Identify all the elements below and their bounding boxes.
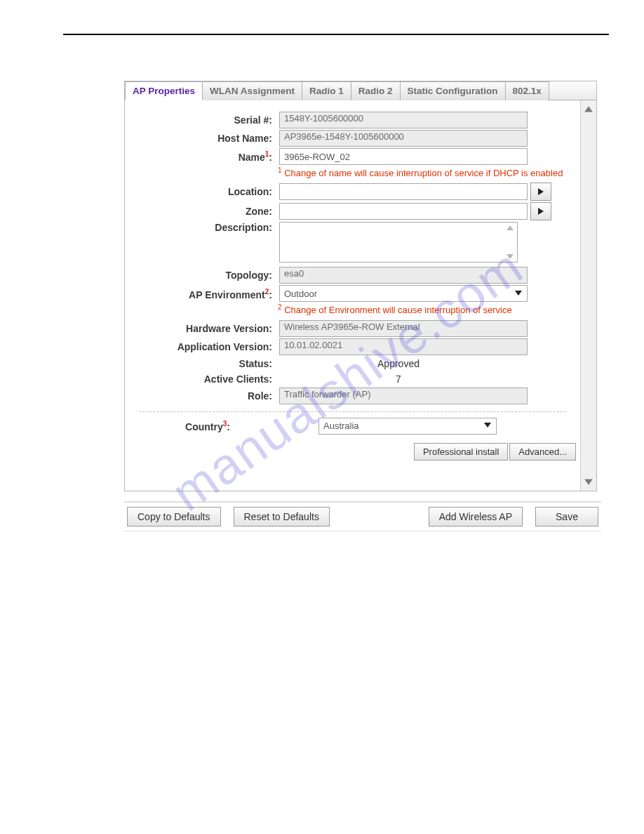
tab-bar: AP Properties WLAN Assignment Radio 1 Ra… xyxy=(125,81,596,100)
status-value: Approved xyxy=(279,357,518,371)
active-clients-value: 7 xyxy=(279,372,518,386)
svg-marker-4 xyxy=(515,291,522,296)
tab-8021x[interactable]: 802.1x xyxy=(505,81,549,100)
svg-marker-6 xyxy=(584,106,593,112)
description-textarea[interactable] xyxy=(279,222,518,263)
label-status: Status: xyxy=(125,358,275,369)
chevron-down-icon xyxy=(483,421,492,431)
label-country: Country3: xyxy=(125,420,233,432)
label-ap-env-colon: : xyxy=(269,289,272,300)
bottom-button-bar: Copy to Defaults Reset to Defaults Add W… xyxy=(124,501,601,531)
footnote-name: 1 Change of name will cause interruption… xyxy=(278,166,580,178)
chevron-right-icon xyxy=(538,206,544,217)
content-area: Serial #: 1548Y-1005600000 Host Name: AP… xyxy=(125,100,596,491)
svg-marker-0 xyxy=(538,188,544,195)
application-version-field: 10.01.02.0021 xyxy=(279,338,528,355)
topology-field: esa0 xyxy=(279,267,528,284)
chevron-down-icon xyxy=(506,252,514,260)
advanced-button[interactable]: Advanced... xyxy=(509,443,576,461)
label-role: Role: xyxy=(125,390,275,402)
host-name-field: AP3965e-1548Y-1005600000 xyxy=(279,130,528,147)
location-picker-button[interactable] xyxy=(530,183,551,201)
footnote-env-text: Change of Environment will cause interru… xyxy=(284,305,511,316)
page-top-rule xyxy=(63,34,609,35)
role-field: Traffic forwarder (AP) xyxy=(279,388,528,404)
ap-environment-select[interactable]: Outdoor xyxy=(279,285,528,302)
label-name: Name1: xyxy=(125,150,275,163)
svg-marker-5 xyxy=(484,423,491,428)
location-input[interactable] xyxy=(279,183,528,200)
zone-input[interactable] xyxy=(279,203,528,220)
label-serial: Serial #: xyxy=(125,114,275,126)
footnote-name-text: Change of name will cause interruption o… xyxy=(284,168,563,178)
country-value: Australia xyxy=(323,421,359,431)
country-select[interactable]: Australia xyxy=(318,418,497,435)
name-input[interactable] xyxy=(279,148,528,165)
scroll-down-icon xyxy=(581,477,596,486)
reset-to-defaults-button[interactable]: Reset to Defaults xyxy=(234,507,330,527)
ap-environment-value: Outdoor xyxy=(284,289,317,299)
svg-marker-3 xyxy=(507,254,514,259)
save-button[interactable]: Save xyxy=(535,507,598,527)
label-application-version: Application Version: xyxy=(125,341,275,352)
professional-install-button[interactable]: Professional install xyxy=(414,443,508,461)
zone-picker-button[interactable] xyxy=(530,202,551,220)
tab-wlan-assignment[interactable]: WLAN Assignment xyxy=(202,81,302,100)
label-name-colon: : xyxy=(269,152,272,163)
inline-action-row: Professional install Advanced... xyxy=(125,436,580,461)
label-country-text: Country xyxy=(185,421,223,432)
tab-radio-2[interactable]: Radio 2 xyxy=(351,81,401,100)
chevron-down-icon xyxy=(514,289,523,299)
footnote-environment: 2 Change of Environment will cause inter… xyxy=(278,303,580,315)
textarea-scroll-icons xyxy=(506,224,516,260)
label-host-name: Host Name: xyxy=(125,133,275,144)
serial-field: 1548Y-1005600000 xyxy=(279,112,528,128)
label-location: Location: xyxy=(125,186,275,197)
label-country-colon: : xyxy=(227,421,230,432)
chevron-right-icon xyxy=(538,186,544,197)
footnote-env-sup: 2 xyxy=(278,303,282,311)
vertical-scrollbar[interactable] xyxy=(580,100,596,491)
label-ap-env-text: AP Environment xyxy=(189,289,265,300)
svg-marker-7 xyxy=(584,479,593,485)
footnote-name-sup: 1 xyxy=(278,166,282,174)
label-name-text: Name xyxy=(239,152,265,163)
copy-to-defaults-button[interactable]: Copy to Defaults xyxy=(127,507,221,527)
label-active-clients: Active Clients: xyxy=(125,373,275,385)
label-zone: Zone: xyxy=(125,206,275,217)
scroll-up-icon xyxy=(581,105,596,114)
label-description: Description: xyxy=(125,222,275,233)
svg-marker-1 xyxy=(538,208,544,215)
ap-properties-panel: AP Properties WLAN Assignment Radio 1 Ra… xyxy=(124,81,597,491)
add-wireless-ap-button[interactable]: Add Wireless AP xyxy=(429,507,523,527)
tab-radio-1[interactable]: Radio 1 xyxy=(302,81,351,100)
label-topology: Topology: xyxy=(125,270,275,281)
hardware-version-field: Wireless AP3965e-ROW External xyxy=(279,320,528,337)
tab-ap-properties[interactable]: AP Properties xyxy=(125,81,203,100)
form-content: Serial #: 1548Y-1005600000 Host Name: AP… xyxy=(125,100,580,491)
tab-static-configuration[interactable]: Static Configuration xyxy=(400,81,506,100)
chevron-up-icon xyxy=(506,224,514,232)
svg-marker-2 xyxy=(507,225,514,230)
section-divider xyxy=(139,411,566,412)
label-ap-environment: AP Environment2: xyxy=(125,288,275,300)
label-hardware-version: Hardware Version: xyxy=(125,323,275,334)
